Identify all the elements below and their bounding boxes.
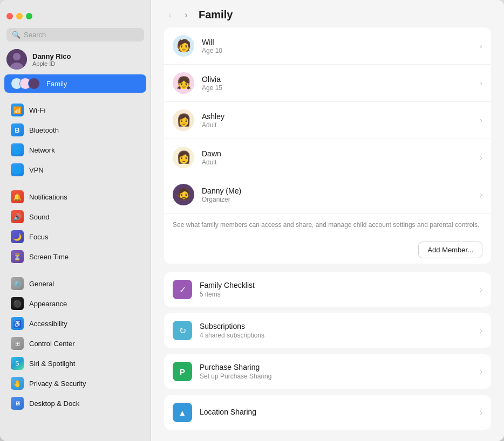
table-row[interactable]: 👩 Dawn Adult › (164, 139, 491, 176)
maximize-button[interactable] (26, 13, 32, 19)
appearance-icon: ⚫ (11, 297, 24, 310)
main-content: ‹ › Family 🧑 Will Age 10 › 👧 (151, 0, 504, 441)
add-member-button[interactable]: Add Member... (418, 242, 482, 258)
sidebar-item-label-sound: Sound (29, 213, 50, 221)
feature-info: Location Sharing (200, 408, 472, 417)
desktop-icon: 🖥 (11, 397, 24, 410)
feature-info: Family Checklist 5 items (200, 281, 472, 298)
sidebar-item-label-general: General (29, 280, 54, 288)
controlcenter-icon: ⊞ (11, 337, 24, 350)
privacy-icon: 🤚 (11, 377, 24, 390)
svg-point-1 (13, 53, 21, 60)
sidebar-item-label-appearance: Appearance (29, 300, 67, 308)
user-profile[interactable]: Danny Rico Apple ID (0, 46, 151, 73)
search-input[interactable] (24, 31, 139, 39)
user-name: Danny Rico (32, 52, 71, 60)
table-row[interactable]: 👩 Ashley Adult › (164, 102, 491, 139)
add-member-row: Add Member... (164, 236, 491, 264)
main-scroll: 🧑 Will Age 10 › 👧 Olivia Age 15 › (151, 27, 504, 441)
siri-icon: S (11, 357, 24, 370)
feature-sub: 4 shared subscriptions (200, 332, 472, 339)
chevron-right-icon: › (480, 42, 482, 50)
members-card: 🧑 Will Age 10 › 👧 Olivia Age 15 › (164, 27, 491, 264)
feature-name: Family Checklist (200, 281, 472, 290)
member-sub: Organizer (202, 196, 472, 203)
list-item[interactable]: ✓ Family Checklist 5 items › (164, 272, 491, 307)
member-info: Ashley Adult (202, 112, 472, 129)
sidebar-item-sound[interactable]: 🔊 Sound (4, 207, 146, 226)
focus-icon: 🌙 (11, 230, 24, 243)
sidebar-item-label-focus: Focus (29, 233, 48, 241)
sidebar-item-bluetooth[interactable]: B Bluetooth (4, 120, 146, 140)
sidebar: 🔍 Danny Rico Apple ID (0, 0, 151, 441)
purchase-icon: P (173, 362, 192, 381)
search-icon: 🔍 (12, 31, 21, 39)
traffic-lights (6, 13, 32, 19)
member-sub: Age 10 (202, 47, 472, 54)
wifi-icon: 📶 (11, 104, 24, 116)
avatar: 👩 (173, 109, 194, 131)
feature-name: Subscriptions (200, 322, 472, 330)
sidebar-divider-1 (0, 93, 151, 100)
feature-card-subscriptions: ↻ Subscriptions 4 shared subscriptions › (164, 313, 491, 348)
sidebar-item-wifi[interactable]: 📶 Wi-Fi (4, 100, 146, 120)
window: 🔍 Danny Rico Apple ID (0, 0, 504, 441)
chevron-right-icon: › (480, 153, 482, 162)
chevron-right-icon: › (480, 326, 482, 335)
sidebar-item-label-desktop: Desktop & Dock (29, 399, 79, 408)
network-icon: 🌐 (11, 143, 24, 156)
sidebar-item-privacy[interactable]: 🤚 Privacy & Security (4, 374, 146, 393)
avatar: 🧑 (173, 35, 194, 57)
sidebar-item-accessibility[interactable]: ♿ Accessibility (4, 314, 146, 333)
location-icon: ▲ (173, 403, 192, 422)
bluetooth-icon: B (11, 123, 24, 136)
info-text: See what family members can access and s… (164, 213, 491, 236)
sidebar-item-label-controlcenter: Control Center (29, 340, 75, 348)
back-button[interactable]: ‹ (164, 9, 176, 21)
feature-card-checklist: ✓ Family Checklist 5 items › (164, 272, 491, 307)
sidebar-item-desktop[interactable]: 🖥 Desktop & Dock (4, 394, 146, 413)
close-button[interactable] (6, 13, 13, 19)
avatar: 👧 (173, 72, 194, 94)
sidebar-item-controlcenter[interactable]: ⊞ Control Center (4, 334, 146, 353)
main-header: ‹ › Family (151, 0, 504, 27)
sidebar-item-label-notifications: Notifications (29, 193, 67, 201)
list-item[interactable]: ↻ Subscriptions 4 shared subscriptions › (164, 313, 491, 348)
chevron-right-icon: › (480, 367, 482, 376)
checklist-icon: ✓ (173, 280, 192, 299)
feature-name: Purchase Sharing (200, 363, 472, 371)
table-row[interactable]: 🧔 Danny (Me) Organizer › (164, 176, 491, 213)
sidebar-item-label-network: Network (29, 146, 55, 154)
member-name: Dawn (202, 149, 472, 158)
feature-info: Purchase Sharing Set up Purchase Sharing (200, 363, 472, 380)
sidebar-item-family[interactable]: Family (4, 74, 146, 93)
sidebar-item-focus[interactable]: 🌙 Focus (4, 227, 146, 246)
sidebar-divider-3 (0, 267, 151, 273)
member-info: Danny (Me) Organizer (202, 187, 472, 203)
chevron-right-icon: › (480, 408, 482, 417)
list-item[interactable]: P Purchase Sharing Set up Purchase Shari… (164, 354, 491, 389)
sidebar-item-general[interactable]: ⚙️ General (4, 274, 146, 293)
avatar: 🧔 (173, 184, 194, 205)
table-row[interactable]: 🧑 Will Age 10 › (164, 27, 491, 65)
sidebar-divider-2 (0, 180, 151, 187)
avatar: 👩 (173, 147, 194, 168)
forward-button[interactable]: › (180, 9, 192, 21)
sidebar-item-vpn[interactable]: 🌐 VPN (4, 160, 146, 180)
sidebar-item-siri[interactable]: S Siri & Spotlight (4, 354, 146, 373)
list-item[interactable]: ▲ Location Sharing › (164, 395, 491, 430)
chevron-right-icon: › (480, 79, 482, 87)
sidebar-item-notifications[interactable]: 🔔 Notifications (4, 187, 146, 206)
sidebar-item-label-siri: Siri & Spotlight (29, 360, 75, 368)
minimize-button[interactable] (16, 13, 23, 19)
sidebar-item-network[interactable]: 🌐 Network (4, 140, 146, 160)
member-sub: Adult (202, 121, 472, 129)
feature-info: Subscriptions 4 shared subscriptions (200, 322, 472, 339)
sidebar-item-label-family: Family (46, 80, 67, 88)
sidebar-item-appearance[interactable]: ⚫ Appearance (4, 294, 146, 313)
subscriptions-icon: ↻ (173, 321, 192, 340)
sidebar-item-screentime[interactable]: ⏳ Screen Time (4, 247, 146, 266)
feature-card-location: ▲ Location Sharing › (164, 395, 491, 430)
member-info: Dawn Adult (202, 149, 472, 166)
table-row[interactable]: 👧 Olivia Age 15 › (164, 65, 491, 102)
